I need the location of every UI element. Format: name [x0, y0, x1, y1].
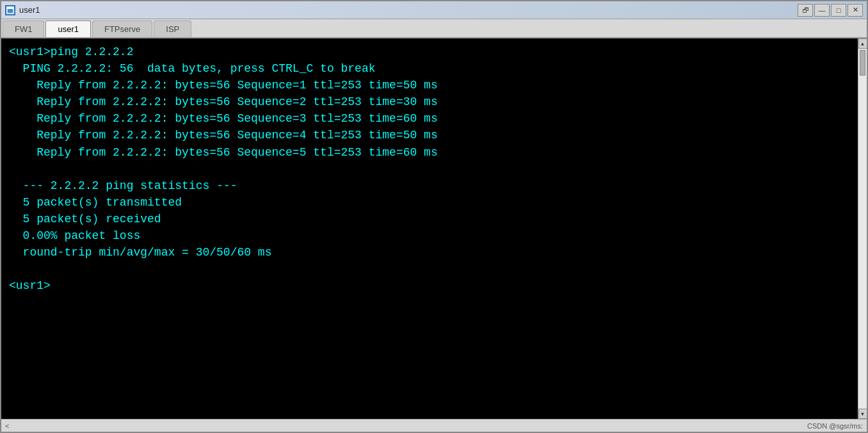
terminal-container: <usr1>ping 2.2.2.2 PING 2.2.2.2: 56 data… [1, 38, 867, 419]
terminal-output[interactable]: <usr1>ping 2.2.2.2 PING 2.2.2.2: 56 data… [1, 38, 858, 419]
window-title: user1 [19, 5, 40, 15]
scrollbar: ▲ ▼ [858, 38, 867, 419]
title-bar: user1 🗗 — □ ✕ [1, 1, 867, 19]
title-controls: 🗗 — □ ✕ [798, 4, 863, 17]
tab-bar: FW1 user1 FTPserve ISP [1, 19, 867, 38]
tab-fw1[interactable]: FW1 [3, 20, 44, 37]
maximize-button[interactable]: □ [831, 4, 846, 17]
close-button[interactable]: ✕ [848, 4, 863, 17]
minimize-button[interactable]: — [814, 4, 830, 17]
main-window: user1 🗗 — □ ✕ FW1 user1 FTPserve ISP <us… [0, 0, 868, 433]
scrollbar-down-arrow[interactable]: ▼ [858, 409, 867, 419]
tab-isp[interactable]: ISP [154, 20, 191, 37]
title-bar-left: user1 [5, 5, 40, 15]
scrollbar-track[interactable] [858, 49, 867, 409]
svg-rect-1 [7, 7, 13, 9]
restore-button[interactable]: 🗗 [798, 4, 813, 17]
scrollbar-thumb[interactable] [860, 50, 865, 76]
status-left: < [5, 422, 9, 430]
status-right: CSDN @sgsr/ms: [807, 422, 863, 430]
status-bar: < CSDN @sgsr/ms: [1, 419, 867, 432]
tab-user1[interactable]: user1 [45, 20, 91, 37]
scrollbar-up-arrow[interactable]: ▲ [858, 38, 867, 49]
tab-ftpserve[interactable]: FTPserve [92, 20, 152, 37]
window-icon [5, 5, 15, 15]
